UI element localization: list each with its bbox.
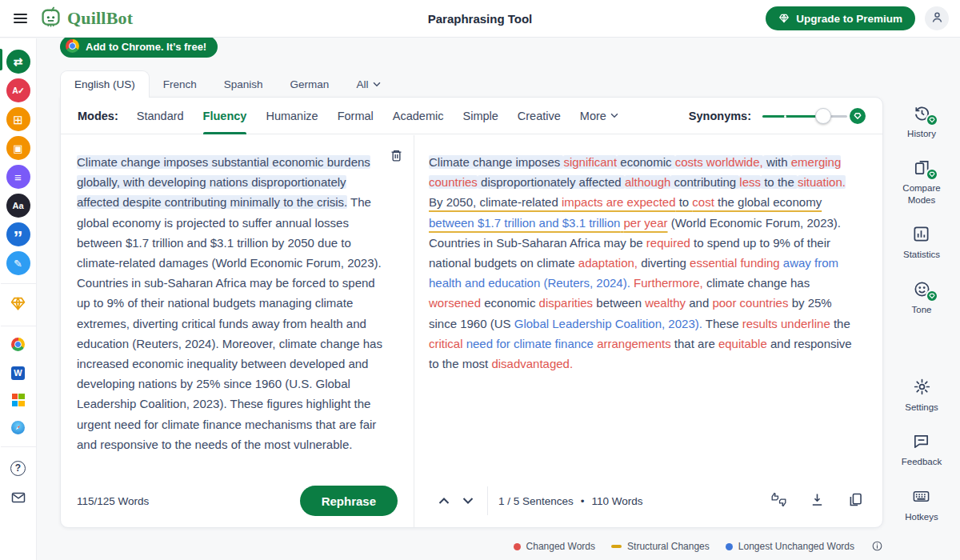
color-legend: Changed WordsStructural ChangesLongest U… <box>514 540 883 553</box>
tool-label: Statistics <box>903 249 940 260</box>
output-segment: disadvantaged. <box>491 357 573 370</box>
output-segment: between $1.7 trillion and $3.1 trillion <box>429 216 620 230</box>
mode-label: Creative <box>518 110 561 122</box>
mode-label: Fluency <box>203 110 247 122</box>
output-segment: By 2050, climate-related <box>429 195 562 209</box>
sidebar-item-citation-generator[interactable]: ” <box>6 222 30 246</box>
sidebar-item-microsoft-apps[interactable] <box>8 390 29 410</box>
output-segment: wealthy <box>645 296 686 310</box>
modes-bar: Modes: StandardFluencyHumanizeFormalAcad… <box>61 98 882 134</box>
sidebar-item-word-extension[interactable]: W <box>8 362 29 383</box>
output-segment: situation. <box>798 175 846 189</box>
input-word-count: 115/125 Words <box>77 495 149 507</box>
chevron-down-icon <box>373 82 381 87</box>
info-icon[interactable] <box>870 540 883 553</box>
output-segment: equitable <box>718 337 767 350</box>
account-avatar[interactable] <box>925 6 949 30</box>
thumbs-feedback-icon[interactable] <box>769 491 788 510</box>
tab-label: French <box>163 78 197 90</box>
sidebar-item-premium[interactable] <box>7 294 30 316</box>
sidebar-item-plagiarism-checker[interactable]: ⊞ <box>6 107 30 131</box>
mode-more[interactable]: More <box>580 98 618 134</box>
output-segment: essential funding <box>690 256 780 270</box>
output-counts: 1 / 5 Sentences • 110 Words <box>498 495 643 507</box>
flow-icon: ✎ <box>14 258 22 269</box>
quillbot-logo[interactable]: QuillBot <box>40 6 133 31</box>
safari-icon <box>11 421 25 434</box>
rephrase-button[interactable]: Rephrase <box>300 486 398 516</box>
statistics-icon <box>912 225 930 243</box>
synonyms-slider-handle[interactable] <box>815 108 831 124</box>
tool-history[interactable]: History <box>907 104 936 139</box>
mode-simple[interactable]: Simple <box>462 98 498 134</box>
sidebar-item-contact[interactable] <box>7 487 30 510</box>
tab-spanish[interactable]: Spanish <box>210 70 277 98</box>
trash-icon[interactable] <box>387 148 405 166</box>
upgrade-premium-button[interactable]: Upgrade to Premium <box>766 6 915 30</box>
input-panel: Climate change imposes substantial econo… <box>61 135 414 527</box>
mode-fluency[interactable]: Fluency <box>203 98 247 134</box>
paraphraser-card: Modes: StandardFluencyHumanizeFormalAcad… <box>60 97 883 528</box>
tab-english-us[interactable]: English (US) <box>60 70 150 98</box>
tab-label: Spanish <box>224 78 263 90</box>
output-segment: diverting <box>638 256 690 270</box>
tab-german[interactable]: German <box>277 70 343 98</box>
tool-feedback[interactable]: Feedback <box>902 432 942 467</box>
sidebar-item-grammar-checker[interactable]: A✓ <box>6 78 30 102</box>
tool-hotkeys[interactable]: Hotkeys <box>905 487 938 522</box>
mode-academic[interactable]: Academic <box>393 98 444 134</box>
legend-dot <box>514 543 521 550</box>
sidebar-item-chrome-extension[interactable] <box>8 335 29 356</box>
input-textarea[interactable]: Climate change imposes substantial econo… <box>77 152 385 454</box>
help-icon: ? <box>10 461 26 476</box>
divider <box>1 326 36 326</box>
mode-formal[interactable]: Formal <box>338 98 374 134</box>
tool-compare-modes[interactable]: Compare Modes <box>902 158 940 206</box>
mode-standard[interactable]: Standard <box>137 98 184 134</box>
synonyms-slider[interactable] <box>762 107 847 125</box>
legend-label: Longest Unchanged Words <box>738 541 854 552</box>
legend-item-longest-unchanged-words: Longest Unchanged Words <box>726 541 854 552</box>
tool-tone[interactable]: Tone <box>912 280 932 315</box>
mode-humanize[interactable]: Humanize <box>266 98 318 134</box>
sidebar-item-paraphraser[interactable]: ⇄ <box>6 50 30 74</box>
tool-label: Hotkeys <box>905 511 938 522</box>
sidebar-item-safari-extension[interactable] <box>8 417 29 438</box>
language-tabs: English (US)FrenchSpanishGermanAll <box>60 70 394 98</box>
download-icon[interactable] <box>807 491 826 510</box>
tool-label: Feedback <box>902 456 942 467</box>
mode-label: Humanize <box>266 110 318 122</box>
synonyms-label: Synonyms: <box>689 110 751 122</box>
output-segment: economic <box>481 296 539 310</box>
mode-label: More <box>580 110 606 122</box>
output-segment: contributing <box>670 175 739 189</box>
chevron-down-icon[interactable] <box>456 489 480 513</box>
tool-label: History <box>907 128 936 139</box>
tab-all[interactable]: All <box>342 70 394 98</box>
hamburger-menu-icon[interactable] <box>8 6 32 30</box>
tool-settings[interactable]: Settings <box>905 378 938 413</box>
synonyms-premium-gem-icon[interactable] <box>850 108 866 124</box>
legend-label: Structural Changes <box>627 541 710 552</box>
tool-label: Settings <box>905 402 938 413</box>
mode-creative[interactable]: Creative <box>518 98 561 134</box>
sidebar-item-flow[interactable]: ✎ <box>6 251 30 275</box>
paraphraser-icon: ⇄ <box>14 56 23 67</box>
output-segment: Countries in Sub-Saharan Africa may be <box>429 236 646 250</box>
summarizer-icon: ≡ <box>14 171 22 183</box>
output-text[interactable]: Climate change imposes significant econo… <box>429 152 860 374</box>
tab-french[interactable]: French <box>150 70 210 98</box>
add-to-chrome-button[interactable]: Add to Chrome. It’s free! <box>60 36 218 58</box>
tool-label: Compare Modes <box>902 182 940 206</box>
sidebar-item-ai-detector[interactable]: ▣ <box>6 136 30 160</box>
sentence-count: 1 / 5 Sentences <box>498 495 574 507</box>
synonyms-control: Synonyms: <box>689 107 866 125</box>
citation-generator-icon: ” <box>14 225 23 244</box>
sidebar-item-translator[interactable]: Aa <box>6 194 30 218</box>
sidebar-item-help[interactable]: ? <box>7 457 30 479</box>
chevron-up-icon[interactable] <box>432 489 456 513</box>
chrome-icon <box>11 338 25 354</box>
tool-statistics[interactable]: Statistics <box>903 225 940 260</box>
sidebar-item-summarizer[interactable]: ≡ <box>6 165 30 189</box>
copy-icon[interactable] <box>846 491 865 510</box>
